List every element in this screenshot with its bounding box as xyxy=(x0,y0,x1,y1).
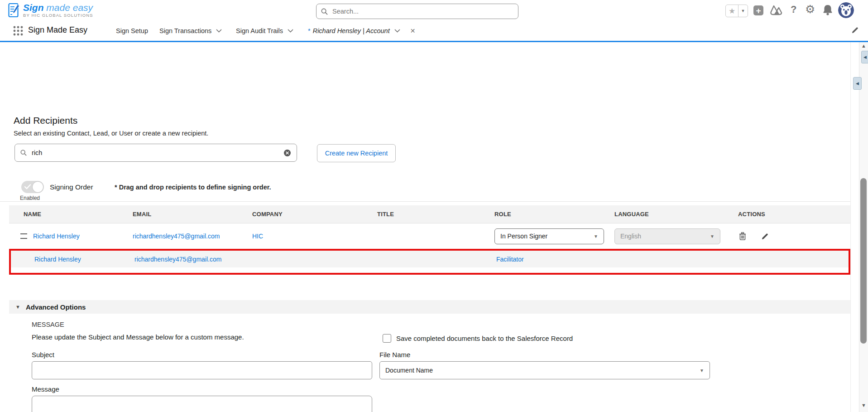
app-name: Sign Made Easy xyxy=(28,25,87,35)
advanced-options-section-header[interactable]: ▼ Advanced Options xyxy=(9,300,850,314)
highlight-annotation-red-box: Richard Hensley richardhensley475@gmail.… xyxy=(9,249,850,275)
file-name-label: File Name xyxy=(379,351,410,359)
custom-message-hint: Please update the Subject and Message be… xyxy=(32,333,244,341)
unsaved-indicator: * xyxy=(308,27,311,34)
column-header-company: COMPANY xyxy=(252,211,377,218)
signing-order-toggle[interactable] xyxy=(21,181,44,193)
drag-drop-hint: * Drag and drop recipients to define sig… xyxy=(115,184,271,191)
column-header-actions: ACTIONS xyxy=(738,211,850,218)
content-right-divider xyxy=(850,42,851,412)
search-icon xyxy=(20,150,27,156)
chevron-down-icon[interactable] xyxy=(288,29,293,33)
chevron-down-icon: ▼ xyxy=(700,368,704,373)
check-icon xyxy=(24,184,31,189)
tab-sign-setup[interactable]: Sign Setup xyxy=(116,27,148,34)
app-nav-bar: Sign Made Easy Sign Setup Sign Transacti… xyxy=(0,21,868,41)
panel-collapse-left-icon[interactable]: ◀ xyxy=(861,51,868,63)
drag-handle-icon[interactable] xyxy=(20,233,27,239)
language-select[interactable]: English ▼ xyxy=(614,228,720,244)
brand-subtitle: BY HIC GLOBAL SOLUTIONS xyxy=(23,13,93,18)
logo-document-icon xyxy=(8,3,20,18)
chevron-down-icon[interactable] xyxy=(216,29,222,33)
chevron-down-icon: ▼ xyxy=(594,234,598,239)
panel-collapse-left-icon[interactable]: ◀ xyxy=(853,77,862,90)
recipient-email-link[interactable]: richardhensley475@gmail.com xyxy=(133,233,220,240)
tab-sign-audit-trails[interactable]: Sign Audit Trails xyxy=(236,27,293,34)
toggle-state-label: Enabled xyxy=(20,195,40,201)
save-documents-label: Save completed documents back to the Sal… xyxy=(396,334,573,342)
column-header-name: NAME xyxy=(9,211,133,218)
favorites-dropdown-icon[interactable]: ▼ xyxy=(738,5,748,17)
recipients-table-header: NAME EMAIL COMPANY TITLE ROLE LANGUAGE A… xyxy=(9,205,850,223)
delete-recipient-trash-icon[interactable] xyxy=(739,232,746,240)
message-group-label: MESSAGE xyxy=(32,321,64,328)
nav-active-underline xyxy=(0,41,868,42)
chevron-down-icon: ▼ xyxy=(710,234,715,239)
advanced-options-title: Advanced Options xyxy=(26,303,86,311)
column-header-language: LANGUAGE xyxy=(614,211,738,218)
app-logo: Sign made easy BY HIC GLOBAL SOLUTIONS xyxy=(8,3,93,18)
scroll-down-arrow[interactable]: ▼ xyxy=(861,402,867,408)
recipient-email-link[interactable]: richardhensley475@gmail.com xyxy=(134,256,221,263)
recipient-row-2: Richard Hensley richardhensley475@gmail.… xyxy=(11,251,849,267)
column-header-email: EMAIL xyxy=(133,211,252,218)
clear-search-icon[interactable] xyxy=(283,149,291,157)
favorites-button[interactable]: ★ ▼ xyxy=(725,5,748,17)
recipient-role-link[interactable]: Facilitator xyxy=(496,256,524,263)
edit-recipient-pencil-icon[interactable] xyxy=(761,233,769,240)
global-search-input[interactable] xyxy=(331,7,513,15)
message-label: Message xyxy=(32,385,59,393)
save-documents-option: Save completed documents back to the Sal… xyxy=(383,334,573,343)
toggle-knob xyxy=(33,182,43,192)
app-launcher-waffle-icon[interactable] xyxy=(13,25,24,36)
global-header: Sign made easy BY HIC GLOBAL SOLUTIONS ★… xyxy=(0,0,868,21)
collapse-triangle-icon[interactable]: ▼ xyxy=(15,304,20,310)
guidance-center-icon[interactable] xyxy=(770,4,782,16)
favorites-star-icon[interactable]: ★ xyxy=(726,5,738,17)
recipient-row-1: Richard Hensley richardhensley475@gmail.… xyxy=(9,223,850,249)
page-title: Add Recipients xyxy=(14,115,77,126)
role-select[interactable]: In Person Signer ▼ xyxy=(494,228,604,244)
search-icon xyxy=(321,8,328,15)
signing-order-label: Signing Order xyxy=(50,183,93,191)
scroll-up-arrow[interactable]: ▲ xyxy=(861,43,867,48)
recipient-search[interactable] xyxy=(14,144,297,162)
page-subtitle: Select an existing Contact, Lead, or Use… xyxy=(14,130,208,137)
setup-gear-icon[interactable]: ⚙ xyxy=(805,3,815,16)
recipient-search-input[interactable] xyxy=(31,149,283,157)
save-documents-checkbox[interactable] xyxy=(383,334,391,343)
global-actions-add-icon[interactable]: + xyxy=(753,5,763,15)
help-icon[interactable]: ? xyxy=(791,4,796,15)
edit-page-pencil-icon[interactable] xyxy=(851,26,859,36)
global-search[interactable] xyxy=(316,4,518,19)
subject-input[interactable] xyxy=(32,361,372,379)
notifications-bell-icon[interactable] xyxy=(822,4,833,16)
brand-title: Sign made easy xyxy=(23,3,93,12)
recipient-company-link[interactable]: HIC xyxy=(252,233,263,240)
recipient-name-link[interactable]: Richard Hensley xyxy=(34,256,81,263)
tab-record-richard-hensley-account[interactable]: *Richard Hensley | Account ✕ xyxy=(308,27,415,34)
close-tab-icon[interactable]: ✕ xyxy=(410,27,416,34)
create-new-recipient-button[interactable]: Create new Recipient xyxy=(317,144,396,162)
tab-sign-transactions[interactable]: Sign Transactions xyxy=(159,27,222,34)
divider xyxy=(0,201,850,202)
user-avatar[interactable] xyxy=(838,2,854,18)
subject-label: Subject xyxy=(32,351,54,359)
column-header-role: ROLE xyxy=(494,211,614,218)
file-name-select[interactable]: Document Name ▼ xyxy=(379,361,710,379)
column-header-title: TITLE xyxy=(377,211,494,218)
chevron-down-icon[interactable] xyxy=(394,29,400,33)
message-textarea[interactable] xyxy=(32,396,372,412)
recipient-name-link[interactable]: Richard Hensley xyxy=(33,233,80,240)
scrollbar-thumb[interactable] xyxy=(860,178,867,344)
